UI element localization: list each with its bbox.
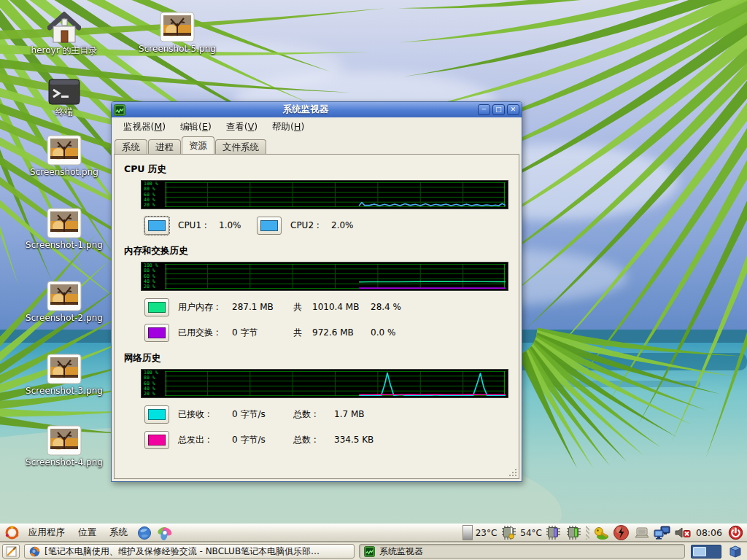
gnome-panel: 应用程序 位置 系统 23°C: [0, 524, 747, 542]
close-button[interactable]: ✕: [507, 104, 519, 115]
memory-section-title: 内存和交换历史: [124, 245, 519, 257]
tab-resources[interactable]: 资源: [182, 136, 214, 154]
desktop-icon-label: Screenshot.png: [23, 168, 105, 178]
media-player-launcher-icon[interactable]: [156, 524, 174, 541]
swap-total: 972.6 MB: [312, 327, 371, 338]
cpu1-value: 1.0%: [219, 220, 257, 230]
image-thumbnail-icon: [160, 12, 195, 42]
desktop-icon-label: Screenshot-3.png: [23, 386, 105, 397]
received-color-button[interactable]: [144, 405, 169, 424]
load-graph-applet[interactable]: [462, 525, 473, 540]
clock-applet[interactable]: 08:06: [694, 527, 724, 538]
memory-user-legend: 用户内存 : 287.1 MB 共 1010.4 MB 28.4 %: [144, 298, 519, 316]
sent-total: 334.5 KB: [334, 435, 392, 445]
workspace-2[interactable]: [708, 547, 719, 556]
received-legend: 已接收 : 0 字节/s 总数 : 1.7 MB: [144, 405, 519, 424]
web-browser-launcher-icon[interactable]: [136, 524, 153, 541]
menu-applications[interactable]: 应用程序: [23, 525, 70, 540]
gpu-temperature[interactable]: 54°C: [520, 528, 542, 538]
cpu-legend: CPU1 : 1.0% CPU2 : 2.0%: [144, 216, 519, 235]
user-memory-total: 1010.4 MB: [312, 302, 371, 312]
cpu2-value: 2.0%: [331, 220, 392, 230]
sent-color-button[interactable]: [144, 431, 169, 449]
received-color: [148, 409, 166, 420]
tab-filesystems[interactable]: 文件系统: [215, 139, 266, 154]
desktop-icon-label: Screenshot-1.png: [23, 241, 105, 251]
desktop-icon-screenshot-3[interactable]: Screenshot-3.png: [23, 354, 105, 397]
trash-applet-icon[interactable]: [726, 543, 745, 559]
desktop-icon-screenshot[interactable]: Screenshot.png: [23, 135, 105, 178]
resources-tab-page: CPU 历史 100 %80 %60 %40 %20 % CPU1 : 1.0%…: [114, 154, 519, 479]
cpu2-label: CPU2 :: [290, 220, 331, 230]
taskbar-item-system-monitor[interactable]: 系统监视器: [359, 544, 685, 559]
network-chart-y-axis: 100 %80 %60 %40 %20 %: [144, 370, 165, 397]
network-monitor-icon[interactable]: [654, 524, 671, 541]
shutdown-button-icon[interactable]: [727, 524, 744, 541]
menu-system[interactable]: 系统: [104, 525, 133, 540]
swap-color: [148, 327, 166, 338]
network-history-chart: 100 %80 %60 %40 %20 %: [141, 369, 508, 398]
task-label: 系统监视器: [379, 545, 423, 558]
minimize-button[interactable]: ─: [478, 104, 490, 115]
task-label: [笔记本电脑使用、维护及保修经验交流 - NBCLUB笔记本电脑俱乐部…: [44, 545, 320, 558]
user-memory-label: 用户内存 :: [178, 301, 232, 314]
sent-total-label: 总数 :: [293, 434, 334, 446]
image-thumbnail-icon: [47, 354, 82, 384]
network-section-title: 网络历史: [124, 352, 519, 365]
desktop-icon-screenshot-5[interactable]: Screenshot-5.png: [136, 12, 218, 55]
menu-monitor[interactable]: 监视器(M): [117, 119, 171, 136]
laptop-applet-icon[interactable]: [633, 524, 651, 541]
cpu2-color-button[interactable]: [257, 217, 282, 235]
user-memory-of-label: 共: [293, 301, 312, 314]
workspace-switcher: [691, 545, 721, 559]
swap-label: 已用交换 :: [178, 327, 232, 339]
cpu-section-title: CPU 历史: [124, 163, 519, 176]
user-memory-color: [148, 302, 166, 313]
swap-percent: 0.0 %: [371, 327, 395, 338]
sent-label: 总发出 :: [178, 434, 232, 446]
menu-edit[interactable]: 编辑(E): [174, 119, 217, 136]
show-desktop-button[interactable]: [2, 544, 20, 559]
desktop-icon-home[interactable]: heroyr 的主目录: [23, 12, 105, 56]
desktop-icon-screenshot-2[interactable]: Screenshot-2.png: [23, 281, 105, 324]
menu-view[interactable]: 查看(V): [220, 119, 263, 136]
resize-grip[interactable]: [508, 468, 517, 477]
window-titlebar[interactable]: 系统监视器 ─ □ ✕: [112, 102, 522, 117]
user-memory-color-button[interactable]: [144, 298, 169, 316]
desktop-icon-terminal[interactable]: 终端: [23, 79, 105, 117]
cpu1-color-button[interactable]: [144, 217, 169, 235]
desktop-icon-screenshot-4[interactable]: Screenshot-4.png: [23, 425, 105, 468]
cpu2-color: [260, 220, 278, 231]
tab-system[interactable]: 系统: [115, 139, 147, 154]
applet-drag-handle[interactable]: [586, 526, 589, 540]
image-thumbnail-icon: [47, 425, 82, 456]
system-monitor-icon: [364, 546, 375, 557]
swap-color-button[interactable]: [144, 324, 169, 342]
keyring-applet-icon[interactable]: [592, 524, 610, 541]
image-thumbnail-icon: [47, 208, 82, 238]
applications-menu-icon[interactable]: [3, 524, 20, 541]
sensor-chip-purple-bar-icon[interactable]: [545, 524, 562, 541]
desktop-icon-label: Screenshot-4.png: [23, 458, 105, 468]
maximize-button[interactable]: □: [492, 104, 505, 115]
sensor-chip-thermometer-icon[interactable]: [500, 524, 517, 541]
system-monitor-app-icon: [114, 104, 125, 116]
cpu-temperature[interactable]: 23°C: [476, 528, 498, 538]
menu-places[interactable]: 位置: [73, 525, 101, 540]
sensor-chip-green-bar-icon[interactable]: [565, 524, 583, 541]
volume-muted-icon[interactable]: [674, 524, 692, 541]
workspace-1[interactable]: [693, 547, 706, 556]
sent-legend: 总发出 : 0 字节/s 总数 : 334.5 KB: [144, 430, 519, 449]
swap-legend: 已用交换 : 0 字节 共 972.6 MB 0.0 %: [144, 323, 519, 342]
menu-help[interactable]: 帮助(H): [266, 119, 310, 136]
memory-history-chart: 100 %80 %60 %40 %20 %: [141, 262, 508, 291]
desktop-icon-screenshot-1[interactable]: Screenshot-1.png: [23, 208, 105, 251]
tab-strip: 系统 进程 资源 文件系统: [112, 136, 522, 154]
home-folder-icon: [47, 12, 81, 44]
window-title: 系统监视器: [133, 104, 478, 116]
power-manager-warning-icon[interactable]: [613, 524, 630, 541]
cpu-chart-y-axis: 100 %80 %60 %40 %20 %: [144, 182, 165, 208]
tab-processes[interactable]: 进程: [148, 139, 181, 154]
taskbar-item-browser[interactable]: [笔记本电脑使用、维护及保修经验交流 - NBCLUB笔记本电脑俱乐部…: [24, 544, 355, 559]
received-total: 1.7 MB: [334, 409, 392, 419]
